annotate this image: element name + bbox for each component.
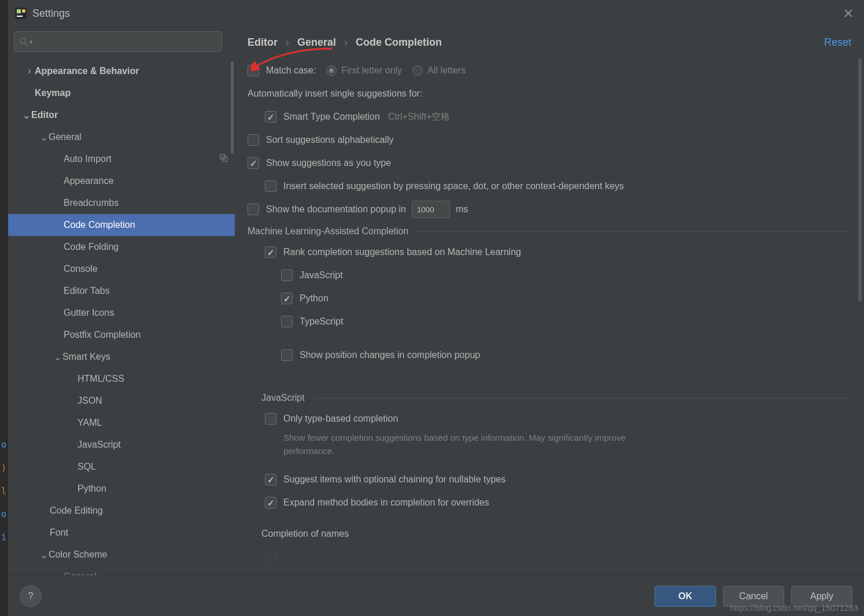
smart-type-shortcut: Ctrl+Shift+空格 [388,110,451,124]
match-case-checkbox[interactable] [248,65,259,76]
js-optional-chain-label: Suggest items with optional chaining for… [283,473,505,486]
tree-yaml[interactable]: YAML [8,412,235,434]
tree-html-css[interactable]: HTML/CSS [8,368,235,390]
tree-code-editing[interactable]: Code Editing [8,500,235,522]
ml-js-label: JavaScript [300,268,343,282]
sidebar-scrollbar[interactable] [231,61,234,154]
help-button[interactable]: ? [20,585,42,607]
ml-ts-checkbox[interactable] [281,316,293,327]
reset-link[interactable]: Reset [824,36,851,49]
ml-ts-label: TypeScript [300,315,344,329]
breadcrumb-code-completion: Code Completion [356,36,442,49]
tree-postfix-completion[interactable]: Postfix Completion [8,324,235,346]
sort-alpha-label: Sort suggestions alphabetically [266,133,394,147]
close-icon [844,9,853,18]
app-icon [15,8,27,19]
tree-keymap[interactable]: Keymap [8,82,235,104]
svg-rect-1 [17,9,21,13]
svg-line-5 [25,43,27,45]
truncated-checkbox[interactable] [265,551,276,563]
tree-font[interactable]: Font [8,522,235,544]
tree-sql[interactable]: SQL [8,456,235,478]
js-optional-chain-checkbox[interactable] [265,474,276,485]
svg-rect-2 [17,16,23,17]
ml-show-pos-checkbox[interactable] [281,349,293,361]
settings-content: Match case: First letter only All letter… [235,58,864,576]
ml-py-label: Python [300,292,328,305]
smart-type-label: Smart Type Completion [283,110,380,124]
tree-smart-keys[interactable]: ⌄Smart Keys [8,346,235,368]
first-letter-radio[interactable] [326,65,337,76]
svg-point-3 [22,9,25,13]
ml-rank-label: Rank completion suggestions based on Mac… [283,245,521,259]
breadcrumb-editor[interactable]: Editor [248,36,278,49]
ml-rank-checkbox[interactable] [265,246,276,258]
main-panel: Editor › General › Code Completion Reset… [235,27,864,576]
tree-editor-tabs[interactable]: Editor Tabs [8,280,235,302]
tree-auto-import[interactable]: Auto Import [8,148,235,170]
titlebar: Settings [8,0,864,27]
js-only-type-checkbox[interactable] [265,413,276,425]
tree-json[interactable]: JSON [8,390,235,412]
search-input[interactable]: ▾ [14,31,222,52]
chevron-right-icon: › [344,36,348,49]
match-case-label: Match case: [266,64,316,78]
settings-tree: ›Appearance & Behavior Keymap ⌄Editor ⌄G… [8,57,235,576]
show-doc-popup-label-a: Show the documentation popup in [266,202,406,216]
tree-javascript[interactable]: JavaScript [8,434,235,456]
tree-color-scheme[interactable]: ⌄Color Scheme [8,544,235,566]
insert-selected-label: Insert selected suggestion by pressing s… [283,179,624,193]
js-only-type-label: Only type-based completion [283,412,398,426]
ml-show-pos-label: Show position changes in completion popu… [300,348,480,362]
tree-python[interactable]: Python [8,478,235,500]
svg-point-4 [20,38,25,43]
sidebar: ▾ ›Appearance & Behavior Keymap ⌄Editor … [8,27,235,576]
js-expand-override-label: Expand method bodies in completion for o… [283,496,489,510]
first-letter-label: First letter only [341,64,402,78]
close-button[interactable] [840,5,857,22]
tree-breadcrumbs[interactable]: Breadcrumbs [8,192,235,214]
insert-selected-checkbox[interactable] [265,180,276,192]
copy-icon [220,154,228,164]
breadcrumb: Editor › General › Code Completion Reset [235,27,864,58]
show-doc-popup-checkbox[interactable] [248,204,259,215]
all-letters-label: All letters [427,64,466,78]
show-as-you-type-label: Show suggestions as you type [266,156,391,170]
tree-cs-general[interactable]: General [8,566,235,576]
doc-popup-delay-input[interactable] [412,201,450,218]
sort-alpha-checkbox[interactable] [248,134,259,146]
background-strip: o ) l o i [0,0,8,616]
show-as-you-type-checkbox[interactable] [248,157,259,169]
tree-gutter-icons[interactable]: Gutter Icons [8,302,235,324]
auto-insert-label: Automatically insert single suggestions … [248,82,851,105]
help-icon: ? [28,591,34,602]
ml-section-title: Machine Learning-Assisted Completion [248,224,851,238]
content-scrollbar[interactable] [858,58,862,301]
ml-js-checkbox[interactable] [281,270,293,281]
js-section-title: JavaScript [261,391,851,405]
smart-type-checkbox[interactable] [265,111,276,123]
all-letters-radio[interactable] [412,65,423,76]
js-expand-override-checkbox[interactable] [265,497,276,508]
tree-editor[interactable]: ⌄Editor [8,104,235,126]
tree-code-folding[interactable]: Code Folding [8,236,235,258]
settings-dialog: Settings ▾ ›Appearance & Behavior Keymap… [8,0,864,616]
js-completion-names-label: Completion of names [248,522,851,545]
breadcrumb-general[interactable]: General [297,36,336,49]
chevron-right-icon: › [286,36,289,49]
tree-appearance-behavior[interactable]: ›Appearance & Behavior [8,60,235,82]
tree-code-completion[interactable]: Code Completion [8,214,235,236]
tree-appearance2[interactable]: Appearance [8,170,235,192]
watermark: https://blog.csdn.net/qq_15071263 [730,603,858,613]
show-doc-popup-label-b: ms [456,202,468,216]
search-icon [19,37,28,46]
ok-button[interactable]: OK [655,586,716,607]
window-title: Settings [32,8,840,20]
js-only-type-hint: Show fewer completion suggestions based … [283,431,653,458]
ml-py-checkbox[interactable] [281,293,293,304]
tree-console[interactable]: Console [8,258,235,280]
tree-general[interactable]: ⌄General [8,126,235,148]
